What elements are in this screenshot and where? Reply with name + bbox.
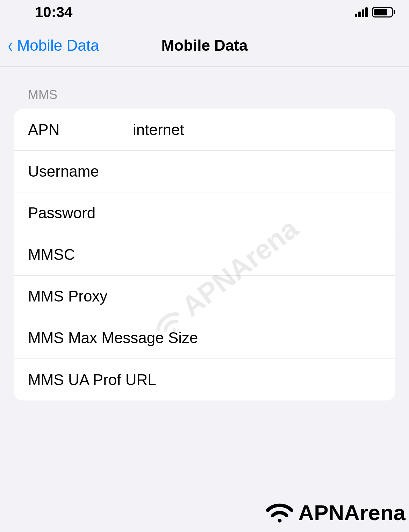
section-header-mms: MMS [14,87,395,109]
row-label-mms-ua-prof: MMS UA Prof URL [28,371,156,389]
settings-row-mmsc[interactable]: MMSC [14,234,395,276]
mms-proxy-field[interactable] [133,288,381,305]
status-time: 10:34 [35,4,72,21]
back-label: Mobile Data [17,37,99,54]
row-label-mmsc: MMSC [28,246,133,263]
username-field[interactable] [133,163,381,180]
mms-max-size-field[interactable] [198,329,390,347]
settings-row-username[interactable]: Username [14,151,395,192]
settings-row-mms-max-message-size[interactable]: MMS Max Message Size [14,317,395,359]
cellular-signal-icon [355,7,368,17]
settings-group-mms: APN Username Password MMSC MMS Proxy MMS… [14,109,395,400]
password-field[interactable] [133,204,381,222]
row-label-username: Username [28,163,133,180]
row-label-mms-proxy: MMS Proxy [28,288,133,305]
watermark-bottom-text: APNArena [298,500,406,525]
navigation-bar: ‹ Mobile Data Mobile Data [0,24,409,66]
row-label-password: Password [28,204,133,222]
wifi-icon [264,500,295,525]
apn-field[interactable] [133,121,381,139]
battery-icon [372,7,395,17]
watermark-bottom: APNArena [264,500,406,525]
row-label-apn: APN [28,121,133,139]
settings-row-mms-proxy[interactable]: MMS Proxy [14,276,395,317]
back-button[interactable]: ‹ Mobile Data [0,34,99,57]
status-indicators [355,7,395,17]
chevron-left-icon: ‹ [8,34,13,57]
content-area: MMS APN Username Password MMSC MMS Proxy… [0,66,409,400]
mms-ua-prof-field[interactable] [156,371,381,389]
page-title: Mobile Data [162,37,248,54]
mmsc-field[interactable] [133,246,381,263]
settings-row-mms-ua-prof-url[interactable]: MMS UA Prof URL [14,359,395,400]
row-label-mms-max-size: MMS Max Message Size [28,329,198,347]
settings-row-apn[interactable]: APN [14,109,395,151]
status-bar: 10:34 [0,0,409,24]
settings-row-password[interactable]: Password [14,192,395,234]
